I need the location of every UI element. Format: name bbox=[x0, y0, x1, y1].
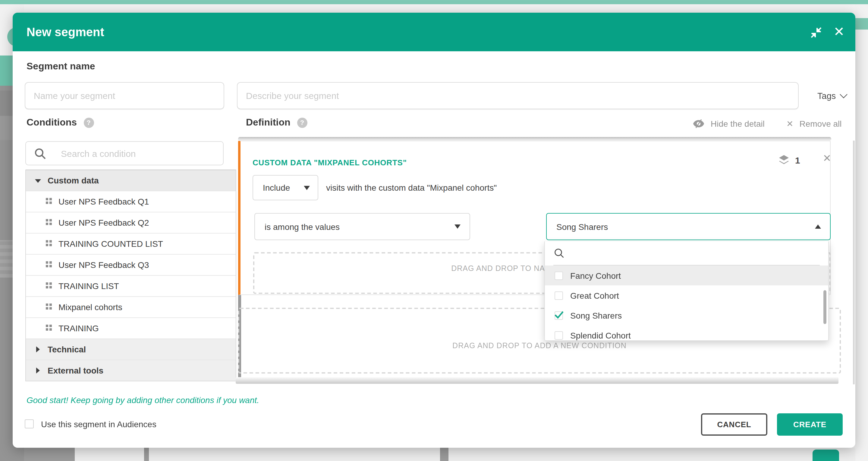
condition-item[interactable]: User NPS Feedback Q3 bbox=[26, 254, 236, 275]
search-icon bbox=[554, 248, 565, 259]
encouragement-text: Good start! Keep going by adding other c… bbox=[27, 395, 259, 405]
condition-item[interactable]: Mixpanel cohorts bbox=[26, 296, 236, 317]
option-fancy-cohort[interactable]: Fancy Cohort bbox=[545, 265, 828, 285]
dropdown-arrow-icon bbox=[304, 185, 310, 190]
group-custom-data[interactable]: Custom data bbox=[26, 170, 236, 191]
background-fragment bbox=[144, 448, 149, 461]
condition-item[interactable]: User NPS Feedback Q2 bbox=[26, 212, 236, 233]
segment-name-label: Segment name bbox=[27, 61, 95, 72]
operator-dropdown[interactable]: is among the values bbox=[254, 213, 470, 240]
help-icon[interactable]: ? bbox=[84, 117, 94, 127]
caret-right-icon bbox=[36, 346, 40, 352]
caret-right-icon bbox=[36, 368, 40, 374]
background-topbar-fragment bbox=[855, 18, 868, 30]
condition-search-input[interactable] bbox=[61, 142, 218, 165]
definition-heading: Definition ? bbox=[246, 117, 307, 128]
value-dropdown-panel: Fancy Cohort Great Cohort Song Sharers S… bbox=[544, 241, 829, 341]
drop-zone-hint: DRAG AND DROP TO NA bbox=[241, 264, 545, 273]
drag-handle-icon bbox=[46, 282, 52, 290]
tags-dropdown[interactable]: Tags bbox=[817, 82, 846, 109]
cancel-button[interactable]: CANCEL bbox=[701, 413, 767, 436]
condition-item[interactable]: TRAINING bbox=[26, 317, 236, 339]
conditions-heading: Conditions ? bbox=[27, 117, 94, 128]
remove-condition-icon[interactable]: ✕ bbox=[820, 152, 834, 165]
drag-handle-icon bbox=[46, 261, 52, 268]
new-segment-modal: New segment ✕ Segment name Tags Conditio… bbox=[13, 13, 855, 448]
value-multiselect[interactable]: Song Sharers bbox=[546, 213, 831, 240]
collapse-icon[interactable] bbox=[809, 26, 823, 39]
create-button[interactable]: CREATE bbox=[777, 413, 843, 436]
caret-down-icon bbox=[35, 179, 41, 183]
background-fragment bbox=[24, 448, 75, 461]
condition-level-count: 1 bbox=[795, 155, 800, 165]
dropdown-arrow-up-icon bbox=[815, 225, 821, 229]
condition-card-title: CUSTOM DATA "MIXPANEL COHORTS" bbox=[253, 158, 407, 167]
dropdown-search[interactable] bbox=[545, 241, 828, 265]
definition-scrollbar-track[interactable] bbox=[853, 141, 855, 384]
background-bottom-area bbox=[24, 448, 855, 461]
dropdown-arrow-icon bbox=[455, 225, 461, 229]
modal-header: New segment ✕ bbox=[13, 13, 855, 51]
segment-name-input[interactable] bbox=[25, 82, 224, 109]
condition-sentence: visits with the custom data "Mixpanel co… bbox=[326, 175, 497, 200]
hide-detail-button[interactable]: Hide the detail bbox=[711, 119, 765, 128]
checkbox-unchecked[interactable] bbox=[555, 271, 563, 280]
condition-search-box bbox=[25, 141, 224, 165]
group-external-tools[interactable]: External tools bbox=[26, 359, 236, 381]
background-top-strip bbox=[0, 0, 868, 4]
background-fab-fragment bbox=[812, 450, 839, 461]
condition-item[interactable]: TRAINING COUNTED LIST bbox=[26, 233, 236, 254]
background-fragment bbox=[440, 448, 448, 461]
checkbox-unchecked[interactable] bbox=[555, 331, 563, 339]
chevron-down-icon bbox=[840, 90, 847, 98]
remove-all-button[interactable]: Remove all bbox=[800, 119, 842, 128]
drag-handle-icon bbox=[46, 219, 52, 226]
background-right-area bbox=[855, 4, 868, 461]
tags-label: Tags bbox=[817, 91, 836, 100]
drag-handle-icon bbox=[46, 304, 52, 311]
search-icon bbox=[34, 148, 46, 160]
definition-actions: Hide the detail ✕ Remove all bbox=[692, 119, 842, 128]
conditions-list: Custom data User NPS Feedback Q1 User NP… bbox=[25, 170, 236, 381]
dropdown-scrollbar-thumb[interactable] bbox=[824, 290, 827, 324]
close-icon[interactable]: ✕ bbox=[831, 24, 847, 40]
condition-level: 1 bbox=[778, 154, 800, 165]
layers-icon bbox=[778, 154, 789, 165]
modal-title: New segment bbox=[27, 13, 104, 51]
help-icon[interactable]: ? bbox=[297, 117, 307, 127]
drag-handle-icon bbox=[46, 325, 52, 332]
option-great-cohort[interactable]: Great Cohort bbox=[545, 285, 828, 305]
include-dropdown[interactable]: Include bbox=[253, 175, 318, 200]
drag-handle-icon bbox=[46, 198, 52, 205]
screen: New segment ✕ Segment name Tags Conditio… bbox=[0, 0, 868, 461]
option-splendid-cohort[interactable]: Splendid Cohort bbox=[545, 325, 828, 341]
eye-off-icon bbox=[692, 119, 705, 128]
audiences-label: Use this segment in Audiences bbox=[41, 420, 156, 429]
condition-item[interactable]: TRAINING LIST bbox=[26, 275, 236, 296]
checkbox-unchecked[interactable] bbox=[555, 291, 563, 299]
option-song-sharers[interactable]: Song Sharers bbox=[545, 305, 828, 325]
check-icon bbox=[554, 310, 564, 319]
drop-zone-new-condition-hint: DRAG AND DROP TO ADD A NEW CONDITION bbox=[239, 342, 840, 350]
remove-all-x-icon: ✕ bbox=[786, 119, 793, 128]
condition-item[interactable]: User NPS Feedback Q1 bbox=[26, 191, 236, 212]
drag-handle-icon bbox=[46, 240, 52, 248]
segment-description-input[interactable] bbox=[237, 82, 799, 109]
group-technical[interactable]: Technical bbox=[26, 339, 236, 359]
audiences-checkbox[interactable] bbox=[25, 420, 34, 428]
definition-bottom-scrollbar[interactable] bbox=[236, 377, 838, 384]
